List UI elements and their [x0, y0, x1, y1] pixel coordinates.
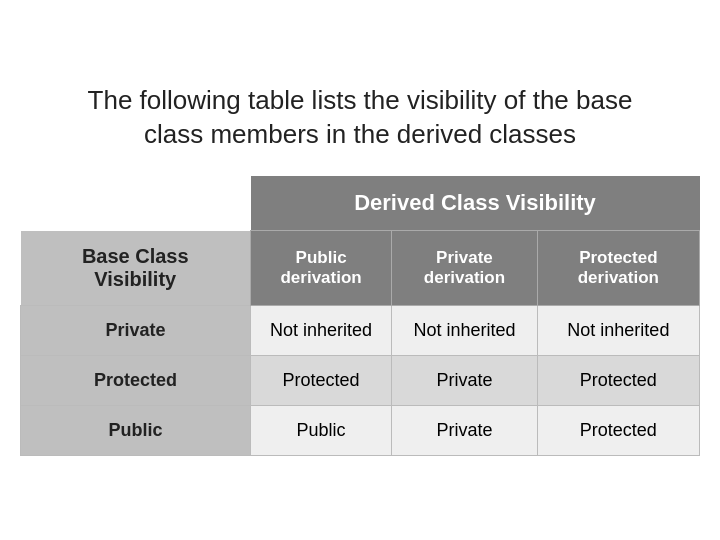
sub-header-private: Private derivation	[392, 231, 538, 306]
page-title: The following table lists the visibility…	[88, 84, 633, 152]
sub-header-public: Public derivation	[251, 231, 392, 306]
visibility-table: Derived Class Visibility Base Class Visi…	[20, 176, 700, 456]
cell-r2-c0: Public	[251, 405, 392, 455]
top-left-empty-cell	[21, 176, 251, 231]
sub-header-protected: Protected derivation	[537, 231, 699, 306]
cell-r2-c1: Private	[392, 405, 538, 455]
table-row: PublicPublicPrivateProtected	[21, 405, 700, 455]
table-wrapper: Derived Class Visibility Base Class Visi…	[20, 176, 700, 456]
row-label-public: Public	[21, 405, 251, 455]
base-class-header: Base Class Visibility	[21, 231, 251, 306]
row-label-protected: Protected	[21, 355, 251, 405]
derived-class-header: Derived Class Visibility	[251, 176, 700, 231]
table-row: ProtectedProtectedPrivateProtected	[21, 355, 700, 405]
cell-r0-c2: Not inherited	[537, 305, 699, 355]
cell-r1-c0: Protected	[251, 355, 392, 405]
cell-r0-c1: Not inherited	[392, 305, 538, 355]
cell-r1-c1: Private	[392, 355, 538, 405]
cell-r2-c2: Protected	[537, 405, 699, 455]
cell-r1-c2: Protected	[537, 355, 699, 405]
table-row: PrivateNot inheritedNot inheritedNot inh…	[21, 305, 700, 355]
row-label-private: Private	[21, 305, 251, 355]
cell-r0-c0: Not inherited	[251, 305, 392, 355]
